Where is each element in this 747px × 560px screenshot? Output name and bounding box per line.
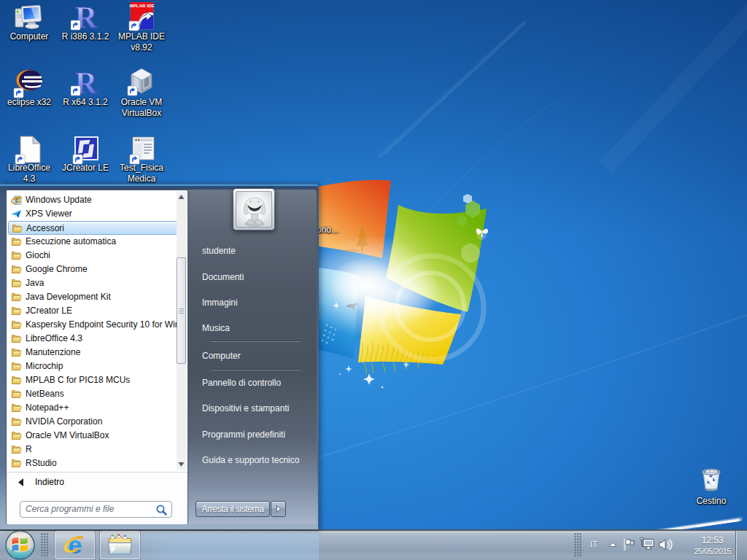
svg-text:MPLAB IDE: MPLAB IDE [129, 3, 154, 8]
svg-text:e: e [69, 532, 82, 559]
